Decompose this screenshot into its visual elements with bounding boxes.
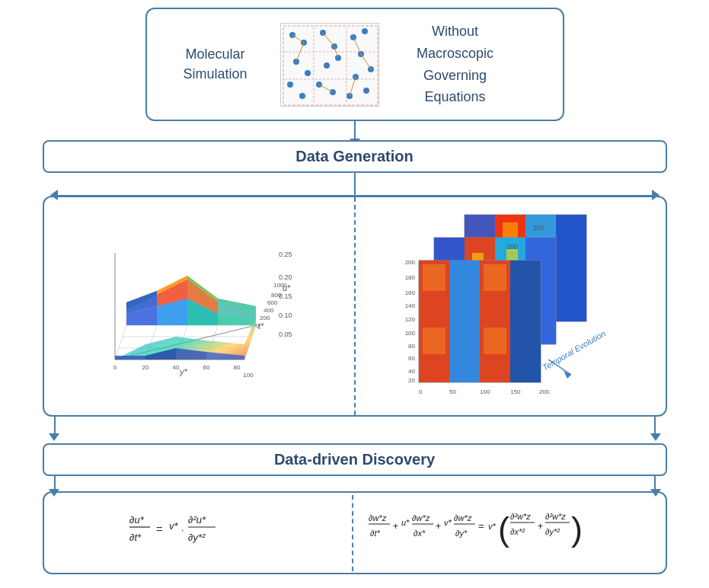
svg-text:0.25: 0.25 <box>279 251 292 258</box>
svg-text:0: 0 <box>419 388 423 395</box>
svg-text:100: 100 <box>243 372 254 379</box>
svg-text:∂²u*: ∂²u* <box>188 514 206 526</box>
svg-text:200: 200 <box>405 259 416 266</box>
svg-point-13 <box>324 62 330 69</box>
svg-rect-120 <box>484 328 506 354</box>
svg-text:1000: 1000 <box>273 282 287 289</box>
molecular-grid-svg <box>281 24 379 107</box>
data-generation-label: Data Generation <box>43 140 667 173</box>
svg-text:=: = <box>156 522 163 535</box>
svg-text:80: 80 <box>408 343 415 350</box>
equation-right: ∂w*z ∂t* + u* ∂w*z ∂x* + v* ∂w*z <box>353 493 666 573</box>
svg-text:150: 150 <box>510 388 521 395</box>
molecular-simulation-label: MolecularSimulation <box>166 45 265 83</box>
svg-text:20: 20 <box>408 377 415 384</box>
discovery-arrows <box>43 476 667 491</box>
svg-text:(: ( <box>498 510 509 548</box>
discovery-left-arrowhead <box>49 489 59 497</box>
svg-text:+: + <box>436 521 441 532</box>
svg-text:∂t*: ∂t* <box>129 532 142 543</box>
svg-text:∂t*: ∂t* <box>370 529 380 538</box>
discovery-right-arrowhead <box>650 489 661 497</box>
svg-text:50: 50 <box>449 388 456 395</box>
svg-text:200: 200 <box>533 224 545 232</box>
svg-text:160: 160 <box>405 289 416 296</box>
svg-text:800: 800 <box>271 292 282 299</box>
surface-plot: y* t* u* 0.25 0.20 0.15 0.10 0.05 0 20 4… <box>77 207 321 405</box>
t-horizontal <box>54 195 656 197</box>
equation-left-svg: ∂u* ∂t* = v* · ∂²u* ∂y*² <box>126 507 270 560</box>
svg-text:∂w*z: ∂w*z <box>412 513 430 522</box>
svg-text:600: 600 <box>267 299 278 306</box>
svg-point-10 <box>299 93 305 99</box>
equation-left: ∂u* ∂t* = v* · ∂²u* ∂y*² <box>44 495 353 571</box>
equations-box: ∂u* ∂t* = v* · ∂²u* ∂y*² ∂w*z <box>43 491 667 574</box>
svg-text:200: 200 <box>474 404 485 405</box>
svg-text:y*: y* <box>179 367 188 376</box>
svg-text:u*: u* <box>401 518 410 527</box>
svg-text:100: 100 <box>405 330 416 337</box>
svg-text:200: 200 <box>260 315 270 321</box>
svg-text:180: 180 <box>405 274 416 281</box>
heatmap-stack: 150 200 <box>396 207 624 405</box>
svg-point-18 <box>362 28 368 34</box>
svg-text:v*: v* <box>488 522 497 531</box>
svg-text:0.20: 0.20 <box>279 273 292 281</box>
heatmap-panel: 150 200 <box>356 197 666 415</box>
surface-plot-panel: y* t* u* 0.25 0.20 0.15 0.10 0.05 0 20 4… <box>44 197 356 415</box>
svg-line-29 <box>361 54 371 69</box>
svg-text:∂y*²: ∂y*² <box>188 532 206 543</box>
data-panel-bottom-arrows <box>43 417 667 443</box>
svg-text:v*: v* <box>169 520 179 532</box>
svg-point-22 <box>363 88 369 94</box>
svg-text:=: = <box>478 520 484 532</box>
t-connector <box>43 173 667 196</box>
equation-right-svg: ∂w*z ∂t* + u* ∂w*z ∂x* + v* ∂w*z <box>369 504 650 561</box>
svg-text:140: 140 <box>405 302 416 309</box>
svg-text:∂²w*z: ∂²w*z <box>545 512 566 521</box>
svg-rect-112 <box>449 321 480 382</box>
data-driven-discovery-label: Data-driven Discovery <box>43 443 667 476</box>
svg-text:60: 60 <box>408 355 415 362</box>
data-panel: y* t* u* 0.25 0.20 0.15 0.10 0.05 0 20 4… <box>43 196 667 417</box>
svg-text:40: 40 <box>408 368 415 375</box>
without-label: WithoutMacroscopicGoverningEquations <box>394 21 516 108</box>
bottom-left-arrowhead <box>49 433 59 441</box>
svg-rect-92 <box>556 215 586 321</box>
svg-point-9 <box>287 81 293 88</box>
t-arrow-left <box>50 190 58 200</box>
svg-text:∂w*z: ∂w*z <box>454 513 472 522</box>
top-section: MolecularSimulation <box>145 8 564 121</box>
svg-rect-117 <box>423 264 446 291</box>
svg-rect-119 <box>484 264 506 291</box>
svg-text:+: + <box>393 521 398 532</box>
svg-text:+: + <box>538 521 543 532</box>
svg-text:20: 20 <box>142 364 149 371</box>
svg-text:): ) <box>571 510 583 548</box>
svg-line-26 <box>323 33 334 46</box>
svg-text:∂w*z: ∂w*z <box>369 513 387 522</box>
svg-text:∂²w*z: ∂²w*z <box>510 512 531 521</box>
svg-text:40: 40 <box>173 364 180 371</box>
svg-text:0: 0 <box>256 322 260 329</box>
svg-text:80: 80 <box>234 364 241 371</box>
svg-text:0.05: 0.05 <box>279 331 292 338</box>
svg-line-31 <box>350 77 356 96</box>
svg-line-25 <box>296 43 304 62</box>
top-to-datagen-connector <box>354 121 356 140</box>
svg-text:120: 120 <box>405 316 416 323</box>
data-generation-section: Data Generation <box>43 140 667 574</box>
svg-text:·: · <box>181 525 184 535</box>
svg-point-8 <box>305 70 311 76</box>
svg-text:∂x*²: ∂x*² <box>510 527 525 536</box>
t-arrow-right <box>652 190 659 200</box>
svg-text:∂u*: ∂u* <box>129 514 145 526</box>
svg-text:100: 100 <box>480 388 490 395</box>
surface-plot-svg: y* t* u* 0.25 0.20 0.15 0.10 0.05 0 20 4… <box>77 207 321 405</box>
svg-text:∂y*²: ∂y*² <box>545 527 560 536</box>
svg-line-30 <box>319 85 333 92</box>
svg-text:200: 200 <box>539 388 550 395</box>
svg-text:400: 400 <box>263 307 274 314</box>
svg-text:v*: v* <box>444 518 452 527</box>
svg-text:0: 0 <box>113 364 117 371</box>
